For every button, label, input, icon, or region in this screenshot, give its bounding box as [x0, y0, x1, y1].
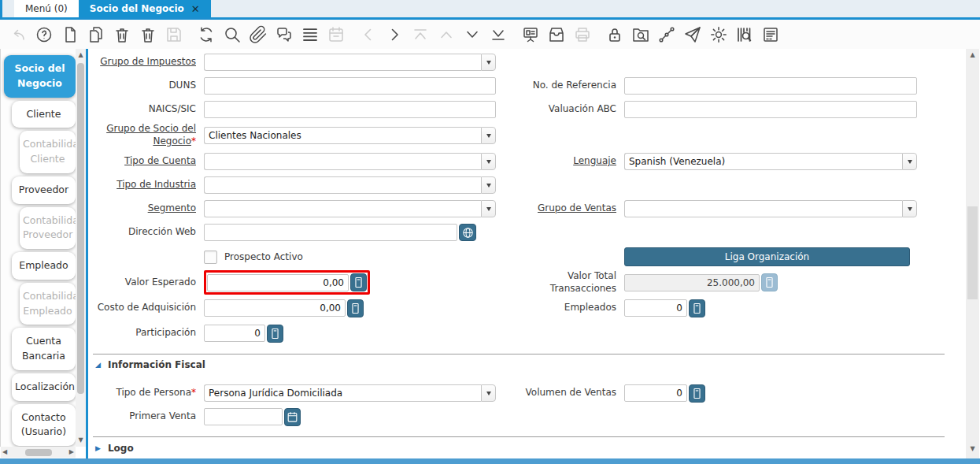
chevron-down-icon[interactable]: [481, 127, 496, 144]
chevron-down-icon[interactable]: [481, 384, 496, 402]
next-record-icon[interactable]: [384, 24, 405, 45]
liga-organizacion-button[interactable]: Liga Organización: [624, 247, 910, 266]
tipo-industria-input[interactable]: [204, 176, 481, 194]
segmento-label[interactable]: Segmento: [148, 202, 196, 213]
scroll-down-icon[interactable]: ▼: [966, 446, 979, 452]
print-icon[interactable]: [572, 24, 593, 45]
lenguaje-input[interactable]: [624, 153, 902, 170]
toggle-list-view-icon[interactable]: [300, 24, 320, 45]
lenguaje-label[interactable]: Lenguaje: [573, 155, 616, 166]
sidebar-scrollbar-vertical[interactable]: ▲ ▼: [76, 49, 86, 447]
tipo-cuenta-label[interactable]: Tipo de Cuenta: [124, 155, 196, 166]
chat-icon[interactable]: [274, 24, 294, 45]
participacion-input[interactable]: [204, 325, 265, 342]
scroll-up-icon[interactable]: ▲: [76, 49, 86, 58]
collapse-expanded-icon[interactable]: ◢: [95, 362, 101, 369]
chevron-down-icon[interactable]: [481, 153, 496, 170]
new-record-icon[interactable]: [60, 24, 80, 45]
close-icon[interactable]: ✕: [191, 4, 200, 14]
segmento-input[interactable]: [204, 200, 481, 217]
scrollbar-thumb[interactable]: [25, 449, 52, 456]
volumen-ventas-input[interactable]: [624, 384, 687, 402]
previous-record-icon[interactable]: [358, 24, 379, 45]
tab-socio-del-negocio[interactable]: Socio del Negocio ✕: [79, 0, 211, 17]
undo-icon[interactable]: [8, 24, 28, 45]
scroll-left-icon[interactable]: ◀: [2, 449, 7, 455]
sidebar-item-proveedor[interactable]: Proveedor: [12, 176, 76, 204]
preferences-icon[interactable]: [708, 24, 729, 45]
parent-record-icon[interactable]: [410, 24, 431, 45]
chevron-down-icon[interactable]: [481, 176, 496, 194]
calculator-icon[interactable]: [689, 299, 705, 317]
tipo-industria-label[interactable]: Tipo de Industria: [116, 179, 196, 190]
section-divider: [93, 436, 945, 437]
naics-input[interactable]: [204, 101, 496, 118]
section-logo[interactable]: ▶ Logo: [88, 438, 965, 458]
calendar-icon[interactable]: [284, 408, 301, 426]
help-icon[interactable]: [34, 24, 54, 45]
save-icon[interactable]: [164, 24, 184, 45]
product-info-icon[interactable]: [734, 24, 755, 45]
direccion-web-input[interactable]: [204, 224, 457, 241]
collapse-collapsed-icon[interactable]: ▶: [95, 445, 101, 452]
sidebar-item-socio-del-negocio[interactable]: Socio del Negocio: [4, 55, 76, 98]
archive-icon[interactable]: [546, 24, 567, 45]
sidebar-item-localizacion[interactable]: Localización: [12, 373, 76, 401]
form-row: Prospecto Activo Liga Organización: [88, 244, 965, 269]
send-mail-icon[interactable]: [682, 24, 703, 45]
scroll-down-icon[interactable]: ▼: [76, 437, 86, 444]
sidebar-item-cliente[interactable]: Cliente: [12, 101, 76, 128]
primera-venta-input[interactable]: [204, 408, 283, 425]
calculator-icon[interactable]: [350, 273, 367, 291]
quick-form-icon[interactable]: [760, 24, 781, 45]
duns-input[interactable]: [204, 77, 496, 95]
sidebar-item-empleado[interactable]: Empleado: [12, 252, 76, 280]
attachment-icon[interactable]: [248, 24, 268, 45]
calculator-icon[interactable]: [689, 384, 705, 403]
workflow-icon[interactable]: [656, 24, 677, 45]
grupo-impuestos-label[interactable]: Grupo de Impuestos: [100, 56, 196, 67]
scrollbar-thumb[interactable]: [967, 206, 978, 299]
tipo-cuenta-input[interactable]: [204, 153, 481, 170]
chevron-down-icon[interactable]: [481, 54, 496, 71]
calculator-icon[interactable]: [347, 299, 364, 317]
refresh-icon[interactable]: [196, 24, 216, 45]
history-calendar-icon[interactable]: [326, 24, 346, 45]
grupo-socio-input[interactable]: [204, 127, 481, 144]
section-informacion-fiscal[interactable]: ◢ Información Fiscal: [88, 354, 965, 375]
find-icon[interactable]: [222, 24, 242, 45]
valor-esperado-input[interactable]: [207, 274, 349, 291]
delete-selection-icon[interactable]: [138, 24, 158, 45]
up-record-icon[interactable]: [436, 24, 457, 45]
sidebar-item-cuenta-bancaria[interactable]: Cuenta Bancaria: [12, 328, 76, 370]
chevron-down-icon[interactable]: [902, 200, 917, 217]
prospecto-activo-checkbox[interactable]: [204, 251, 217, 264]
scroll-up-icon[interactable]: ▲: [966, 52, 979, 58]
chevron-down-icon[interactable]: [481, 200, 496, 217]
delete-record-icon[interactable]: [112, 24, 132, 45]
detail-record-icon[interactable]: [488, 24, 508, 45]
grupo-impuestos-input[interactable]: [204, 54, 481, 71]
grupo-ventas-input[interactable]: [624, 200, 902, 217]
calculator-icon[interactable]: [267, 325, 283, 343]
sidebar-item-contacto-usuario[interactable]: Contacto (Usuario): [12, 404, 76, 447]
costo-adquisicion-input[interactable]: [204, 299, 346, 317]
no-referencia-input[interactable]: [624, 77, 917, 95]
down-record-icon[interactable]: [462, 24, 483, 45]
grupo-ventas-label[interactable]: Grupo de Ventas: [538, 202, 616, 213]
scrollbar-thumb[interactable]: [77, 63, 84, 394]
sidebar-scrollbar-horizontal[interactable]: ◀ ▶: [1, 447, 76, 458]
copy-record-icon[interactable]: [86, 24, 106, 45]
report-icon[interactable]: [520, 24, 541, 45]
tab-menu[interactable]: Menú (0): [14, 0, 79, 17]
valuacion-abc-input[interactable]: [624, 101, 917, 118]
globe-icon[interactable]: [459, 224, 476, 241]
lock-private-icon[interactable]: [605, 24, 625, 45]
chevron-down-icon[interactable]: [902, 153, 917, 170]
grupo-socio-label[interactable]: Grupo de Socio del Negocio: [106, 123, 196, 147]
scroll-right-icon[interactable]: ▶: [69, 449, 74, 455]
zoom-across-icon[interactable]: [631, 24, 651, 45]
empleados-input[interactable]: [624, 299, 687, 317]
tipo-persona-input[interactable]: [204, 384, 481, 402]
content-scrollbar-vertical[interactable]: ▲ ▼: [966, 49, 979, 458]
